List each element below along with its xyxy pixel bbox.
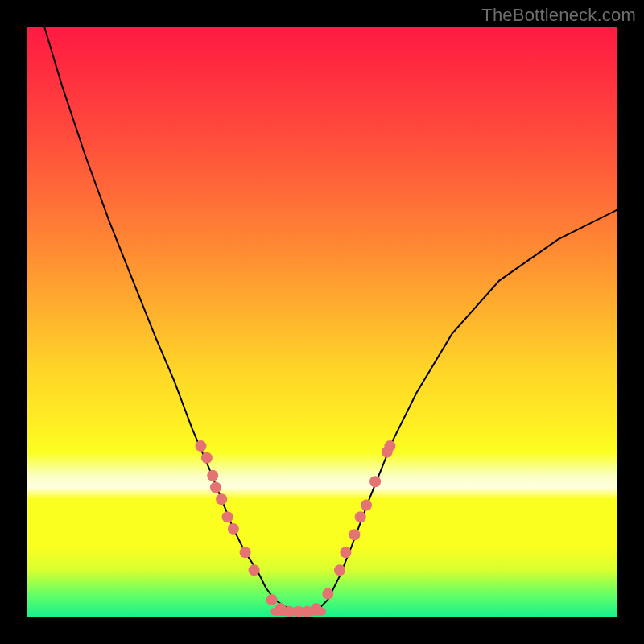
data-marker <box>369 476 381 487</box>
data-marker <box>322 588 333 600</box>
data-marker <box>196 440 207 452</box>
data-marker <box>340 547 351 558</box>
data-marker <box>201 452 213 464</box>
data-marker <box>311 603 322 614</box>
bottleneck-curve <box>44 27 617 612</box>
data-marker <box>384 440 395 452</box>
data-marker <box>361 500 372 511</box>
data-marker <box>266 594 278 605</box>
data-marker <box>349 529 360 540</box>
data-marker <box>355 511 366 522</box>
data-marker <box>207 470 218 481</box>
data-marker <box>240 547 251 558</box>
data-marker <box>216 493 227 505</box>
chart-svg <box>27 27 617 617</box>
data-marker <box>210 482 221 493</box>
plot-area <box>27 27 617 617</box>
chart-frame: TheBottleneck.com <box>0 0 644 644</box>
data-marker <box>228 523 239 535</box>
data-marker <box>334 564 345 576</box>
watermark-text: TheBottleneck.com <box>481 5 636 26</box>
data-marker <box>222 511 233 522</box>
data-marker <box>249 564 260 576</box>
